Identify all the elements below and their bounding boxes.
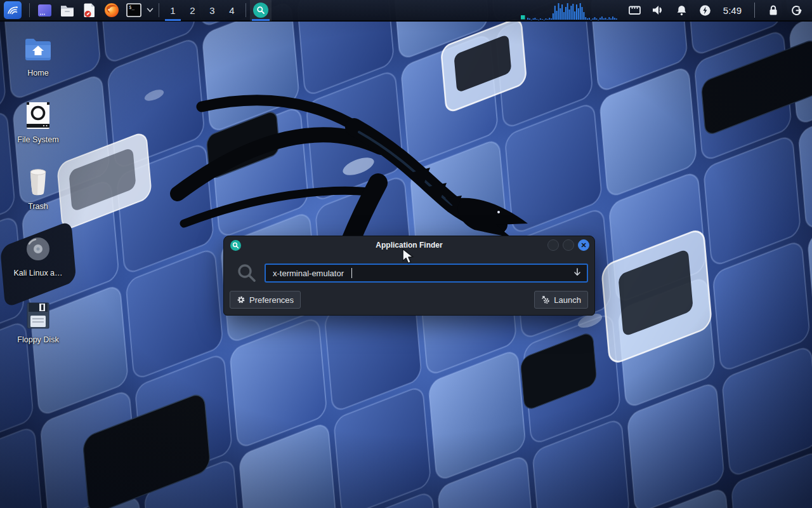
network-tray-button[interactable]: [623, 0, 646, 21]
workspace-button-1[interactable]: 1: [163, 0, 183, 21]
minimize-button[interactable]: [547, 239, 559, 251]
top-panel: $_ 1 2 3 4: [0, 0, 812, 22]
launch-icon: [541, 295, 550, 304]
ethernet-icon: [628, 4, 641, 16]
firefox-icon: [103, 2, 120, 18]
workspace-label: 4: [229, 5, 234, 16]
desktop-icon-file-system[interactable]: File System: [3, 99, 74, 144]
launcher-file-manager[interactable]: [56, 0, 78, 21]
clock-time: 5:49: [723, 5, 742, 16]
logout-icon: [790, 4, 802, 17]
preferences-button[interactable]: Preferences: [230, 291, 301, 309]
maximize-button[interactable]: [563, 239, 574, 251]
desktop-icon-trash[interactable]: Trash: [3, 166, 74, 211]
cd-disc-icon: [22, 232, 55, 265]
kali-applications-menu-button[interactable]: [4, 1, 22, 19]
speaker-icon: [652, 4, 664, 16]
search-icon: [253, 3, 268, 18]
search-input[interactable]: x-terminal-emulator: [265, 264, 588, 283]
trash-icon: [22, 166, 55, 199]
terminal-prompt-glyph: $_: [129, 4, 135, 10]
file-manager-folder-icon: [59, 2, 75, 18]
desktop-icon-label: Home: [27, 69, 48, 77]
panel-separator: [754, 3, 755, 18]
search-icon: [230, 240, 241, 251]
desktop-icon-label: Trash: [28, 202, 48, 211]
panel-separator: [29, 3, 30, 17]
power-manager-icon: [699, 4, 711, 17]
volume-tray-button[interactable]: [646, 0, 670, 21]
preferences-button-label: Preferences: [249, 295, 294, 305]
launch-button[interactable]: Launch: [534, 291, 588, 309]
launcher-show-desktop[interactable]: [34, 0, 56, 21]
terminal-icon: $_: [126, 2, 142, 18]
search-input-value: x-terminal-emulator: [273, 269, 344, 278]
workspace-label: 2: [190, 5, 195, 16]
desktop-icon-label: Floppy Disk: [17, 335, 58, 344]
desktop-icon-label: File System: [17, 135, 58, 144]
desktop-window-icon: [37, 3, 53, 18]
workspace-button-3[interactable]: 3: [202, 0, 222, 21]
launcher-text-editor[interactable]: [78, 0, 100, 21]
gear-icon: [237, 295, 246, 304]
lock-screen-button[interactable]: [761, 0, 785, 21]
text-editor-document-icon: [81, 2, 98, 18]
launcher-terminal[interactable]: $_: [122, 0, 145, 21]
workspace-label: 1: [170, 5, 175, 16]
application-finder-window: Application Finder ✕ x-terminal-emulator: [223, 236, 595, 316]
launch-button-label: Launch: [554, 295, 581, 305]
workspace-label: 3: [209, 5, 214, 16]
desktop-icon-floppy-disk[interactable]: Floppy Disk: [3, 299, 74, 344]
kali-menu-icon: [6, 3, 20, 17]
logout-button[interactable]: [785, 0, 808, 21]
cpu-graph-bars: [521, 2, 619, 21]
panel-separator: [159, 3, 159, 17]
chevron-down-icon: [147, 8, 154, 13]
mouse-cursor: [402, 248, 416, 267]
panel-separator: [246, 3, 246, 17]
desktop-icon-column: Home File System: [3, 32, 74, 366]
workspace-button-4[interactable]: 4: [222, 0, 242, 21]
desktop-screen: $_ 1 2 3 4: [0, 0, 812, 508]
launcher-firefox[interactable]: [100, 0, 122, 21]
taskbar-application-finder-button[interactable]: [250, 0, 272, 21]
home-folder-icon: [22, 32, 55, 65]
desktop-icon-home[interactable]: Home: [3, 32, 74, 77]
close-button[interactable]: ✕: [578, 239, 589, 251]
lock-icon: [768, 4, 779, 17]
text-caret: [351, 268, 352, 278]
notifications-tray-button[interactable]: [670, 0, 693, 21]
workspace-button-2[interactable]: 2: [183, 0, 202, 21]
power-manager-tray-button[interactable]: [693, 0, 717, 21]
cpu-history-graph[interactable]: [521, 0, 619, 21]
dropdown-arrow-icon[interactable]: [573, 267, 582, 279]
desktop-icon-kali-cd[interactable]: Kali Linux a…: [3, 232, 74, 277]
clock[interactable]: 5:49: [717, 0, 748, 21]
search-icon-large: [234, 263, 259, 283]
bell-icon: [676, 4, 688, 17]
floppy-disk-icon: [22, 299, 55, 332]
terminal-dropdown-chevron[interactable]: [145, 0, 155, 21]
filesystem-drive-icon: [22, 99, 55, 132]
desktop-icon-label: Kali Linux a…: [13, 269, 62, 277]
